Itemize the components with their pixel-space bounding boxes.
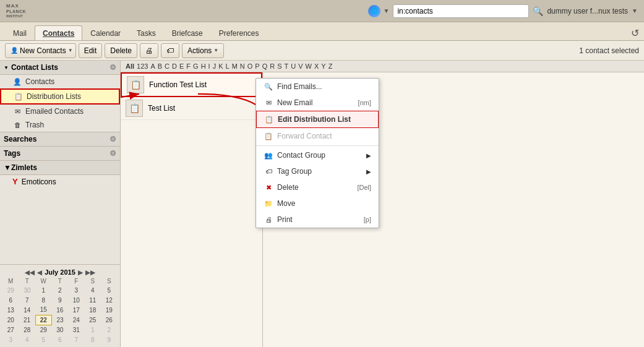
cal-day[interactable]: 14: [19, 305, 36, 315]
sidebar-item-trash[interactable]: 🗑 Trash: [0, 118, 120, 132]
cal-day[interactable]: 12: [101, 295, 118, 305]
cal-day[interactable]: 6: [52, 335, 69, 345]
alpha-g[interactable]: G: [193, 62, 199, 70]
cal-day[interactable]: 19: [101, 305, 118, 315]
cal-day[interactable]: 5: [101, 285, 118, 295]
cal-day[interactable]: 1: [85, 325, 101, 335]
tab-calendar[interactable]: Calendar: [82, 25, 129, 40]
cal-day[interactable]: 10: [68, 295, 85, 305]
tags-section[interactable]: Tags ⚙: [0, 147, 120, 161]
alpha-r[interactable]: R: [270, 62, 275, 70]
cal-day[interactable]: 20: [2, 315, 19, 325]
searches-section[interactable]: Searches ⚙: [0, 132, 120, 147]
cal-day[interactable]: 24: [68, 315, 85, 325]
cal-day[interactable]: 16: [52, 305, 69, 315]
cal-day[interactable]: 2: [52, 285, 69, 295]
cal-day[interactable]: 3: [2, 335, 19, 345]
new-contacts-dropdown-arrow[interactable]: ▼: [68, 48, 73, 53]
cal-day[interactable]: 13: [2, 305, 19, 315]
contact-lists-gear-icon[interactable]: ⚙: [109, 63, 116, 72]
tab-contacts[interactable]: Contacts: [35, 25, 82, 40]
cal-day[interactable]: 8: [85, 335, 101, 345]
cal-day[interactable]: 28: [19, 325, 36, 335]
alpha-l[interactable]: L: [226, 62, 230, 70]
alpha-d[interactable]: D: [172, 62, 177, 70]
tab-preferences[interactable]: Preferences: [211, 25, 267, 40]
cal-day[interactable]: 3: [68, 285, 85, 295]
search-button[interactable]: 🔍: [533, 6, 543, 16]
alpha-s[interactable]: S: [277, 62, 281, 70]
cal-day[interactable]: 8: [35, 295, 52, 305]
cal-day[interactable]: 9: [52, 295, 69, 305]
cal-day[interactable]: 15: [35, 305, 52, 315]
tags-gear-icon[interactable]: ⚙: [109, 149, 116, 158]
sidebar-item-emailed-contacts[interactable]: ✉ Emailed Contacts: [0, 105, 120, 118]
cal-day[interactable]: 29: [2, 285, 19, 295]
cal-day[interactable]: 9: [101, 335, 118, 345]
alpha-o[interactable]: O: [247, 62, 253, 70]
alpha-h[interactable]: H: [201, 62, 206, 70]
ctx-delete[interactable]: ✖ Delete [Del]: [256, 179, 379, 195]
contact-lists-header[interactable]: ▼ Contact Lists ⚙: [0, 61, 120, 75]
user-dropdown-arrow[interactable]: ▼: [632, 7, 638, 14]
tag-button[interactable]: 🏷: [161, 43, 179, 58]
refresh-button[interactable]: ↺: [631, 27, 639, 40]
alpha-all[interactable]: All: [126, 62, 134, 70]
cal-day[interactable]: 30: [19, 285, 36, 295]
ctx-edit-distribution-list[interactable]: 📋 Edit Distribution List: [256, 111, 379, 128]
alpha-v[interactable]: V: [298, 62, 303, 70]
sidebar-item-emoticons[interactable]: Y Emoticons: [0, 175, 120, 188]
search-input[interactable]: [397, 7, 525, 15]
searches-gear-icon[interactable]: ⚙: [109, 135, 116, 144]
alpha-i[interactable]: I: [208, 62, 210, 70]
alpha-e[interactable]: E: [179, 62, 184, 70]
ctx-print[interactable]: 🖨 Print [p]: [256, 212, 379, 228]
edit-button[interactable]: Edit: [79, 43, 103, 58]
ctx-move[interactable]: 📁 Move: [256, 195, 379, 212]
alpha-q[interactable]: Q: [262, 62, 268, 70]
cal-day[interactable]: 1: [35, 285, 52, 295]
list-item-test-list[interactable]: 📋 Test List: [121, 97, 262, 120]
cal-day[interactable]: 4: [85, 285, 101, 295]
alpha-x[interactable]: X: [314, 62, 319, 70]
cal-day[interactable]: 25: [85, 315, 101, 325]
cal-next[interactable]: ▶: [78, 269, 83, 276]
alpha-k[interactable]: K: [218, 62, 223, 70]
print-button[interactable]: 🖨: [140, 43, 158, 58]
cal-day[interactable]: 11: [85, 295, 101, 305]
cal-day[interactable]: 27: [2, 325, 19, 335]
zimlets-section[interactable]: ▼ Zimlets: [0, 161, 120, 175]
cal-next-next[interactable]: ▶▶: [85, 269, 95, 276]
alpha-w[interactable]: W: [306, 62, 312, 70]
alpha-a[interactable]: A: [150, 62, 155, 70]
alpha-b[interactable]: B: [158, 62, 162, 70]
cal-day[interactable]: 21: [19, 315, 36, 325]
cal-day[interactable]: 4: [19, 335, 36, 345]
alpha-123[interactable]: 123: [137, 62, 148, 70]
cal-day[interactable]: 26: [101, 315, 118, 325]
actions-button[interactable]: Actions ▼: [182, 43, 224, 58]
cal-day[interactable]: 18: [85, 305, 101, 315]
cal-day[interactable]: 2: [101, 325, 118, 335]
alpha-p[interactable]: P: [255, 62, 259, 70]
search-bar[interactable]: [393, 4, 529, 18]
alpha-c[interactable]: C: [165, 62, 170, 70]
tab-mail[interactable]: Mail: [5, 25, 35, 40]
alpha-m[interactable]: M: [232, 62, 238, 70]
alpha-f[interactable]: F: [186, 62, 191, 70]
cal-day[interactable]: 30: [52, 325, 69, 335]
alpha-n[interactable]: N: [240, 62, 245, 70]
cal-day[interactable]: 6: [2, 295, 19, 305]
cal-day[interactable]: 31: [68, 325, 85, 335]
ctx-new-email[interactable]: ✉ New Email [nm]: [256, 95, 379, 111]
cal-prev[interactable]: ◀: [37, 269, 42, 276]
delete-button[interactable]: Delete: [105, 43, 137, 58]
alpha-t[interactable]: T: [285, 62, 289, 70]
cal-day[interactable]: 23: [52, 315, 69, 325]
alpha-z[interactable]: Z: [328, 62, 333, 70]
sidebar-item-distribution-lists[interactable]: 📋 Distribution Lists: [0, 88, 120, 105]
cal-day[interactable]: 5: [35, 335, 52, 345]
list-item-function-test-list[interactable]: 📋 Function Test List: [121, 72, 262, 97]
alpha-u[interactable]: U: [291, 62, 296, 70]
tab-tasks[interactable]: Tasks: [129, 25, 164, 40]
